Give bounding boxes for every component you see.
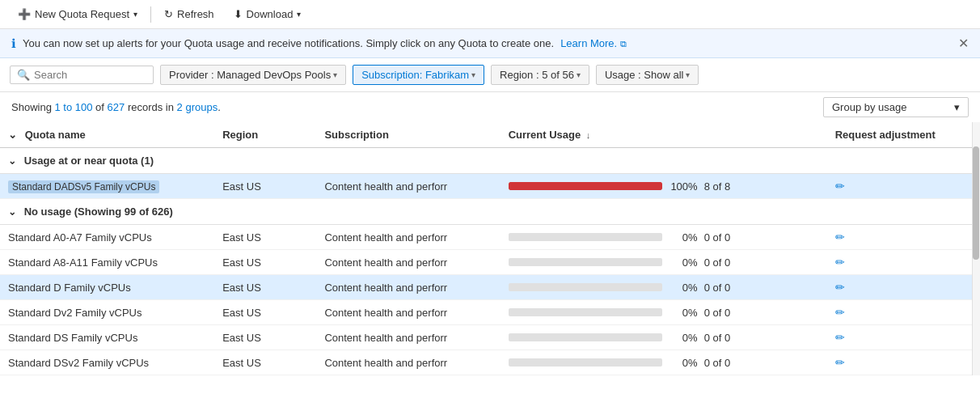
records-total: 627 — [108, 101, 125, 113]
edit-icon[interactable]: ✏ — [835, 331, 845, 344]
edit-icon[interactable]: ✏ — [835, 356, 845, 369]
subscription-cell: Content health and perforr — [316, 300, 500, 325]
usage-count: 0 of 0 — [704, 332, 737, 344]
records-text: Showing 1 to 100 of 627 records in 2 gro… — [11, 101, 221, 113]
download-button[interactable]: ⬇ Download ▾ — [226, 5, 310, 23]
chevron-down-icon-dl: ▾ — [297, 10, 301, 19]
group-label: Usage at or near quota (1) — [24, 155, 154, 167]
col-sub-label: Subscription — [324, 129, 388, 141]
new-quota-button[interactable]: ➕ New Quota Request ▾ — [10, 5, 146, 23]
subscription-cell: Content health and perforr — [316, 174, 500, 199]
chevron-down-icon: ▾ — [133, 10, 137, 19]
group-header-cell: ⌄ Usage at or near quota (1) — [0, 148, 980, 174]
quota-name-cell: Standard DSv2 Family vCPUs — [0, 350, 214, 375]
usage-percentage: 0% — [669, 357, 698, 369]
usage-chevron-icon: ▾ — [686, 70, 690, 79]
table-row: Standard A8-A11 Family vCPUs East US Con… — [0, 250, 980, 275]
request-cell: ✏ — [827, 350, 980, 375]
usage-percentage: 0% — [669, 307, 698, 319]
usage-bar-container: 0% 0 of 0 — [509, 256, 819, 269]
provider-filter[interactable]: Provider : Managed DevOps Pools ▾ — [160, 65, 346, 85]
usage-bar — [509, 258, 662, 266]
scrollbar-thumb[interactable] — [973, 146, 979, 260]
refresh-button[interactable]: ↻ Refresh — [156, 5, 222, 23]
request-cell: ✏ — [827, 250, 980, 275]
usage-count: 0 of 0 — [704, 231, 737, 244]
banner-close-button[interactable]: ✕ — [958, 36, 969, 51]
table-row: Standard DSv2 Family vCPUs East US Conte… — [0, 350, 980, 375]
subscription-cell: Content health and perforr — [316, 325, 500, 350]
provider-chevron-icon: ▾ — [333, 70, 337, 79]
quota-name-cell: Standard A0-A7 Family vCPUs — [0, 225, 214, 250]
request-cell: ✏ — [827, 275, 980, 300]
table-container: ⌄ Quota name Region Subscription Current… — [0, 122, 980, 375]
usage-bar — [509, 283, 662, 291]
edit-icon[interactable]: ✏ — [835, 306, 845, 319]
new-quota-label: New Quota Request — [35, 8, 129, 20]
table-header-row: ⌄ Quota name Region Subscription Current… — [0, 122, 980, 148]
quota-name-cell: Standard DADSv5 Family vCPUs — [0, 174, 214, 199]
info-banner: ℹ You can now set up alerts for your Quo… — [0, 29, 980, 58]
subscription-filter-label: Subscription: Fabrikam — [361, 69, 469, 81]
usage-bar — [509, 333, 662, 341]
group-by-dropdown[interactable]: Group by usage ▾ — [823, 97, 969, 117]
edit-icon[interactable]: ✏ — [835, 231, 845, 244]
subscription-chevron-icon: ▾ — [471, 70, 475, 79]
subscription-filter[interactable]: Subscription: Fabrikam ▾ — [353, 65, 484, 85]
table-row: Standard Dv2 Family vCPUs East US Conten… — [0, 300, 980, 325]
scrollbar-track[interactable] — [972, 122, 980, 375]
search-icon: 🔍 — [17, 69, 30, 81]
download-label: Download — [247, 8, 294, 20]
region-cell: East US — [214, 250, 316, 275]
group-toggle-icon[interactable]: ⌄ — [8, 206, 16, 218]
subscription-cell: Content health and perforr — [316, 275, 500, 300]
quota-name-cell: Standard D Family vCPUs — [0, 275, 214, 300]
usage-percentage: 0% — [669, 282, 698, 294]
usage-bar — [509, 308, 662, 316]
usage-bar-container: 0% 0 of 0 — [509, 357, 819, 369]
banner-link-text: Learn More. — [560, 37, 617, 49]
group-by-chevron-icon: ▾ — [954, 101, 960, 113]
group-by-label: Group by usage — [832, 101, 907, 113]
col-header-region: Region — [214, 122, 316, 148]
usage-filter[interactable]: Usage : Show all ▾ — [596, 65, 699, 85]
usage-bar-container: 0% 0 of 0 — [509, 332, 819, 344]
col-name-label: Quota name — [25, 129, 86, 141]
group-label: No usage (Showing 99 of 626) — [24, 206, 173, 218]
group-toggle-icon[interactable]: ⌄ — [8, 155, 16, 167]
quota-name: Standard DSv2 Family vCPUs — [8, 357, 149, 369]
usage-bar-container: 0% 0 of 0 — [509, 282, 819, 294]
filter-bar: 🔍 Provider : Managed DevOps Pools ▾ Subs… — [0, 58, 980, 92]
usage-count: 0 of 0 — [704, 256, 737, 269]
search-input[interactable] — [34, 69, 146, 81]
edit-icon[interactable]: ✏ — [835, 281, 845, 294]
quota-name: Standard A0-A7 Family vCPUs — [8, 231, 152, 244]
usage-bar — [509, 182, 662, 190]
expand-all-icon[interactable]: ⌄ — [8, 129, 17, 141]
edit-icon[interactable]: ✏ — [835, 180, 845, 193]
group-header-row: ⌄ No usage (Showing 99 of 626) — [0, 199, 980, 225]
region-cell: East US — [214, 275, 316, 300]
col-header-request: Request adjustment — [827, 122, 980, 148]
usage-cell: 100% 8 of 8 — [501, 174, 827, 199]
region-cell: East US — [214, 325, 316, 350]
records-bar: Showing 1 to 100 of 627 records in 2 gro… — [0, 92, 980, 122]
subscription-cell: Content health and perforr — [316, 350, 500, 375]
request-cell: ✏ — [827, 325, 980, 350]
table-row: Standard D Family vCPUs East US Content … — [0, 275, 980, 300]
quota-name: Standard A8-A11 Family vCPUs — [8, 256, 158, 269]
download-icon: ⬇ — [234, 8, 243, 20]
col-header-name: ⌄ Quota name — [0, 122, 214, 148]
edit-icon[interactable]: ✏ — [835, 256, 845, 269]
col-req-label: Request adjustment — [835, 129, 936, 141]
usage-bar-container: 100% 8 of 8 — [509, 180, 819, 193]
quota-name-cell: Standard Dv2 Family vCPUs — [0, 300, 214, 325]
banner-link[interactable]: Learn More. ⧉ — [560, 37, 627, 49]
quota-name: Standard Dv2 Family vCPUs — [8, 307, 142, 319]
usage-cell: 0% 0 of 0 — [501, 250, 827, 275]
region-filter[interactable]: Region : 5 of 56 ▾ — [491, 65, 589, 85]
col-header-usage[interactable]: Current Usage ↓ — [501, 122, 827, 148]
toolbar: ➕ New Quota Request ▾ ↻ Refresh ⬇ Downlo… — [0, 0, 980, 29]
toolbar-divider — [150, 6, 151, 23]
records-range: 1 to 100 — [54, 101, 92, 113]
